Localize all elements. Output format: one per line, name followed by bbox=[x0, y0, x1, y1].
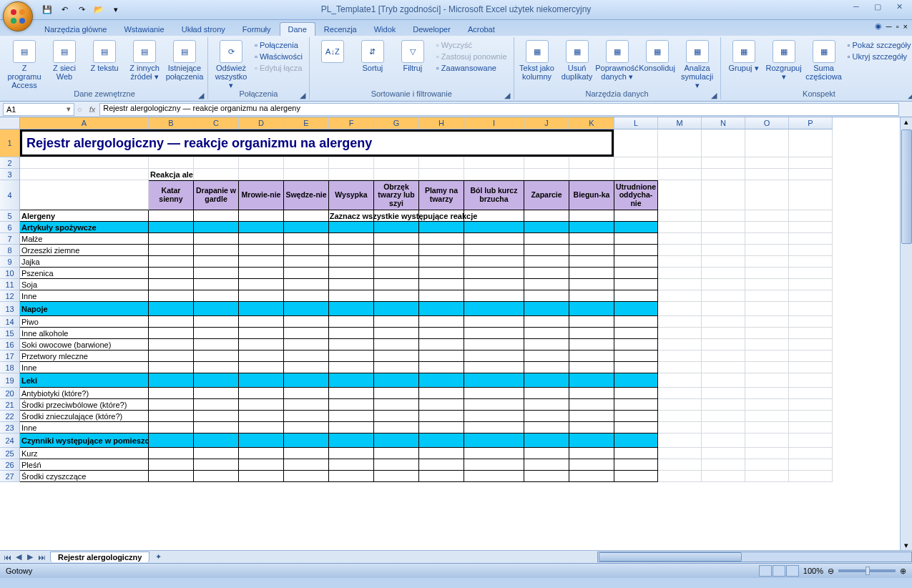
col-header[interactable]: E bbox=[284, 117, 329, 129]
ribbon-item[interactable]: ▫ Połączenia bbox=[252, 40, 305, 50]
maximize-button[interactable]: ▢ bbox=[868, 0, 888, 13]
qat-more-icon[interactable]: ▾ bbox=[109, 3, 123, 17]
open-icon[interactable]: 📂 bbox=[92, 3, 106, 17]
row-header[interactable]: 20 bbox=[0, 388, 19, 399]
col-header[interactable]: I bbox=[464, 117, 524, 129]
row-headers[interactable]: 1234567891011121314151617181920212223242… bbox=[0, 129, 20, 482]
ribbon-btn-z-innych-r-de-[interactable]: ▤Z innych źródeł ▾ bbox=[126, 39, 163, 82]
prev-sheet-icon[interactable]: ◀ bbox=[13, 552, 24, 563]
ribbon-item[interactable]: ▫ Wyczyść bbox=[434, 40, 509, 50]
ribbon-item[interactable]: ▫ Zastosuj ponownie bbox=[434, 52, 509, 62]
cell-grid[interactable]: Rejestr alergologiczny — reakcje organiz… bbox=[20, 129, 833, 482]
col-header[interactable]: B bbox=[149, 117, 194, 129]
col-header[interactable]: P bbox=[789, 117, 833, 129]
row-header[interactable]: 27 bbox=[0, 471, 19, 482]
next-sheet-icon[interactable]: ▶ bbox=[24, 552, 36, 563]
col-header[interactable]: F bbox=[329, 117, 374, 129]
save-icon[interactable]: 💾 bbox=[40, 3, 54, 17]
col-header[interactable]: D bbox=[239, 117, 284, 129]
row-header[interactable]: 24 bbox=[0, 433, 19, 448]
col-header[interactable]: G bbox=[374, 117, 419, 129]
col-header[interactable]: K bbox=[569, 117, 614, 129]
zoom-slider[interactable] bbox=[838, 569, 896, 572]
row-header[interactable]: 19 bbox=[0, 373, 19, 388]
minimize-button[interactable]: ─ bbox=[846, 0, 866, 13]
row-header[interactable]: 6 bbox=[0, 222, 19, 233]
row-header[interactable]: 10 bbox=[0, 268, 19, 279]
cancel-formula-icon[interactable]: ○ bbox=[77, 105, 82, 114]
ribbon-tab-narzędzia-główne[interactable]: Narzędzia główne bbox=[36, 22, 115, 36]
row-header[interactable]: 17 bbox=[0, 351, 19, 362]
row-header[interactable]: 7 bbox=[0, 233, 19, 245]
new-sheet-icon[interactable]: ✦ bbox=[152, 552, 164, 563]
ribbon-item[interactable]: ▫ Ukryj szczegóły bbox=[845, 52, 912, 62]
column-headers[interactable]: ABCDEFGHIJKLMNOP bbox=[20, 117, 833, 129]
row-header[interactable]: 22 bbox=[0, 411, 19, 422]
row-header[interactable]: 2 bbox=[0, 157, 19, 169]
col-header[interactable]: J bbox=[524, 117, 569, 129]
row-header[interactable]: 3 bbox=[0, 169, 19, 180]
col-header[interactable]: N bbox=[702, 117, 745, 129]
col-header[interactable]: H bbox=[419, 117, 464, 129]
ribbon-btn-z-sieci-web[interactable]: ▤Z sieci Web bbox=[46, 39, 83, 81]
fx-icon[interactable]: fx bbox=[89, 105, 96, 114]
formula-input[interactable]: Rejestr alergologiczny — reakcje organiz… bbox=[99, 103, 899, 116]
office-button[interactable] bbox=[3, 1, 33, 31]
col-header[interactable]: M bbox=[658, 117, 702, 129]
select-all-corner[interactable] bbox=[0, 117, 20, 129]
undo-icon[interactable]: ↶ bbox=[57, 3, 72, 17]
row-header[interactable]: 15 bbox=[0, 328, 19, 339]
ribbon-btn-z-programu-access[interactable]: ▤Z programu Access bbox=[6, 39, 43, 89]
row-header[interactable]: 23 bbox=[0, 422, 19, 433]
ribbon-item[interactable]: ▫ Edytuj łącza bbox=[252, 63, 305, 73]
redo-icon[interactable]: ↷ bbox=[74, 3, 89, 17]
ribbon-btn-od-wie-wszystko-[interactable]: ⟳Odśwież wszystko ▾ bbox=[212, 39, 250, 90]
ribbon-btn-poprawno-danych-[interactable]: ▦Poprawność danych ▾ bbox=[599, 39, 636, 82]
row-header[interactable]: 14 bbox=[0, 316, 19, 328]
ribbon-tab-recenzja[interactable]: Recenzja bbox=[315, 22, 366, 36]
minimize-ribbon-icon[interactable]: ─ bbox=[886, 22, 892, 31]
ribbon-tab-formuły[interactable]: Formuły bbox=[234, 22, 280, 36]
col-header[interactable]: L bbox=[614, 117, 658, 129]
ribbon-tab-acrobat[interactable]: Acrobat bbox=[459, 22, 504, 36]
ribbon-item[interactable]: ▫ Właściwości bbox=[252, 52, 305, 62]
restore-workbook-icon[interactable]: ▫ bbox=[896, 22, 899, 31]
ribbon-tab-dane[interactable]: Dane bbox=[280, 22, 315, 36]
ribbon-btn-rozgrupuj-[interactable]: ▦Rozgrupuj ▾ bbox=[765, 39, 803, 82]
row-header[interactable]: 18 bbox=[0, 362, 19, 373]
help-icon[interactable]: ◉ bbox=[875, 21, 882, 31]
ribbon-tab-widok[interactable]: Widok bbox=[366, 22, 405, 36]
row-header[interactable]: 26 bbox=[0, 459, 19, 471]
ribbon-item[interactable]: ▫ Zaawansowane bbox=[434, 63, 509, 73]
row-header[interactable]: 4 bbox=[0, 180, 19, 210]
close-button[interactable]: ✕ bbox=[889, 0, 909, 13]
vertical-scrollbar[interactable]: ▴ ▾ bbox=[900, 117, 912, 550]
first-sheet-icon[interactable]: ⏮ bbox=[1, 552, 13, 563]
row-header[interactable]: 1 bbox=[0, 129, 19, 157]
row-header[interactable]: 16 bbox=[0, 339, 19, 351]
ribbon-btn-konsoliduj[interactable]: ▦Konsoliduj bbox=[639, 39, 676, 72]
sort-az-icon[interactable]: A↓Z bbox=[314, 39, 351, 63]
row-header[interactable]: 5 bbox=[0, 210, 19, 222]
col-header[interactable]: O bbox=[745, 117, 789, 129]
name-box[interactable]: A1▾ bbox=[3, 103, 74, 116]
ribbon-btn-suma-cz-ciowa[interactable]: ▦Suma częściowa bbox=[805, 39, 843, 81]
ribbon-btn-filtruj[interactable]: ▽Filtruj bbox=[394, 39, 431, 72]
row-header[interactable]: 9 bbox=[0, 256, 19, 268]
ribbon-tab-deweloper[interactable]: Deweloper bbox=[404, 22, 459, 36]
col-header[interactable]: C bbox=[194, 117, 239, 129]
row-header[interactable]: 21 bbox=[0, 399, 19, 411]
row-header[interactable]: 13 bbox=[0, 302, 19, 316]
worksheet[interactable]: ABCDEFGHIJKLMNOP 12345678910111213141516… bbox=[0, 117, 912, 563]
ribbon-btn-istniej-ce-po-czenia[interactable]: ▤Istniejące połączenia bbox=[166, 39, 203, 81]
close-workbook-icon[interactable]: × bbox=[903, 22, 908, 31]
row-header[interactable]: 25 bbox=[0, 448, 19, 459]
ribbon-tab-układ-strony[interactable]: Układ strony bbox=[173, 22, 234, 36]
title-cell[interactable]: Rejestr alergologiczny — reakcje organiz… bbox=[20, 129, 614, 157]
row-header[interactable]: 8 bbox=[0, 245, 19, 256]
ribbon-item[interactable]: ▫ Pokaż szczegóły bbox=[845, 40, 912, 50]
col-header[interactable]: A bbox=[20, 117, 149, 129]
zoom-in-icon[interactable]: ⊕ bbox=[900, 567, 906, 576]
view-buttons[interactable] bbox=[759, 565, 799, 577]
ribbon-btn-usu-duplikaty[interactable]: ▦Usuń duplikaty bbox=[559, 39, 596, 81]
